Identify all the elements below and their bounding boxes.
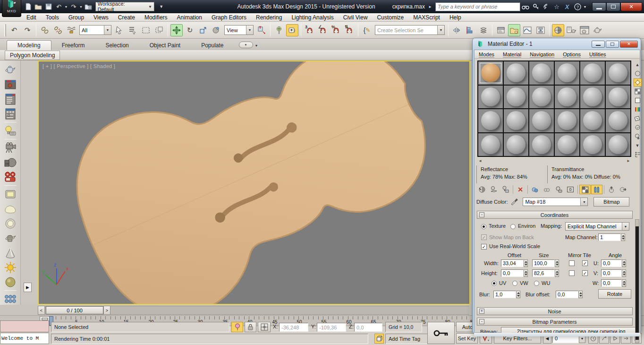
height-offset-spinner[interactable] xyxy=(524,269,528,277)
percent-snap-toggle[interactable]: % xyxy=(330,24,342,36)
go-forward-to-sibling-button[interactable] xyxy=(618,185,629,194)
cone-light-icon[interactable] xyxy=(3,245,18,260)
menu-views[interactable]: Views xyxy=(89,14,113,21)
me-horizontal-scrollbar[interactable] xyxy=(474,333,640,336)
material-slot[interactable] xyxy=(478,133,503,156)
material-slot[interactable] xyxy=(606,133,630,156)
disc-light-icon[interactable] xyxy=(3,216,18,231)
workspace-flyout-arrow[interactable]: ▼ xyxy=(156,2,167,11)
toolbar-grip[interactable] xyxy=(4,24,6,36)
z-coordinate-field[interactable]: 0,0 xyxy=(354,323,382,332)
exchange-apps-icon[interactable]: X xyxy=(562,2,572,11)
show-map-on-back-checkbox[interactable]: ✓ xyxy=(481,234,487,240)
material-slot[interactable] xyxy=(504,133,528,156)
backlight-toggle[interactable] xyxy=(634,78,642,86)
undo-button[interactable]: ↶ xyxy=(54,2,64,11)
rectangular-selection-region-icon[interactable] xyxy=(140,24,152,36)
sample-uv-tiling-icon[interactable] xyxy=(634,96,642,104)
subscription-key-icon[interactable] xyxy=(531,2,541,11)
time-slider-handle[interactable]: 0 / 100 xyxy=(46,306,103,314)
material-slot[interactable] xyxy=(529,86,554,109)
menu-animation[interactable]: Animation xyxy=(172,14,207,21)
material-slot[interactable] xyxy=(555,86,579,109)
u-angle-field[interactable]: 0,0 xyxy=(601,259,622,267)
ribbon-tab-object-paint[interactable]: Object Paint xyxy=(139,41,191,50)
select-and-move-button[interactable] xyxy=(170,24,183,36)
eyedropper-icon[interactable] xyxy=(510,198,519,206)
maxscript-mini-listener-pink[interactable] xyxy=(0,320,49,332)
select-by-name-icon[interactable] xyxy=(127,24,139,36)
menu-edit[interactable]: Edit xyxy=(22,14,41,21)
sun-light-icon[interactable] xyxy=(3,260,18,275)
align-button[interactable] xyxy=(464,24,476,36)
mirror-button[interactable] xyxy=(451,24,463,36)
time-tag-cube-icon[interactable] xyxy=(374,334,384,344)
coordinates-rollout-header[interactable]: - Coordinates xyxy=(477,211,633,219)
select-and-manipulate-icon[interactable] xyxy=(273,24,285,36)
ribbon-tab-modeling[interactable]: Modeling xyxy=(7,40,51,50)
me-scrollbar-thumb[interactable] xyxy=(636,226,639,340)
slot-scroll-down[interactable]: ▼ xyxy=(634,141,642,149)
select-and-rotate-button[interactable]: ↻ xyxy=(184,24,196,36)
render-teapot-icon[interactable] xyxy=(3,62,18,77)
search-binoculars-icon[interactable] xyxy=(520,2,531,11)
me-close-button[interactable]: ✕ xyxy=(620,41,638,48)
material-slot[interactable] xyxy=(529,61,554,85)
menu-group[interactable]: Group xyxy=(64,14,89,21)
mirror-v-checkbox[interactable] xyxy=(569,270,575,276)
tile-u-checkbox[interactable]: ✓ xyxy=(582,260,588,266)
material-slot[interactable] xyxy=(555,61,579,85)
layer-manager-button[interactable] xyxy=(477,24,490,36)
material-slot[interactable] xyxy=(504,86,528,109)
show-end-result-toggle[interactable] xyxy=(591,185,602,194)
material-slot[interactable] xyxy=(580,86,605,109)
ribbon-tab-selection[interactable]: Selection xyxy=(95,41,139,50)
menu-tools[interactable]: Tools xyxy=(41,14,64,21)
material-slot[interactable] xyxy=(504,61,528,85)
material-slot[interactable] xyxy=(555,133,579,156)
make-preview-icon[interactable] xyxy=(634,114,642,122)
favorites-star-icon[interactable]: ☆ xyxy=(551,2,562,11)
show-shaded-material-in-viewport-toggle[interactable] xyxy=(579,185,591,194)
width-size-spinner[interactable] xyxy=(555,259,559,267)
bitmap-parameters-rollout-header[interactable]: - Bitmap Parameters xyxy=(477,318,633,326)
material-slot[interactable] xyxy=(606,86,630,109)
width-size-field[interactable]: 100,0 xyxy=(532,259,555,267)
me-maximize-button[interactable] xyxy=(606,41,619,48)
width-offset-spinner[interactable] xyxy=(524,259,528,267)
ribbon-minimize-pill[interactable]: ▼ xyxy=(239,42,253,48)
polygon-modeling-panel-button[interactable]: Polygon Modeling xyxy=(5,51,60,60)
height-offset-field[interactable]: 0,0 xyxy=(501,269,524,277)
options-icon[interactable] xyxy=(634,123,642,131)
me-menu-options[interactable]: Options xyxy=(559,52,585,57)
plane-light-icon[interactable] xyxy=(3,187,18,201)
isolate-selection-toggle[interactable] xyxy=(231,322,243,332)
render-production-button[interactable] xyxy=(592,24,604,36)
project-folder-button[interactable] xyxy=(83,2,93,11)
add-time-tag[interactable]: Add Time Tag xyxy=(385,334,433,344)
blob-light-icon[interactable] xyxy=(3,201,18,216)
material-editor-title-bar[interactable]: Material Editor - 1 ✕ xyxy=(473,38,641,50)
wu-radio[interactable] xyxy=(534,281,539,286)
window-crossing-toggle-icon[interactable] xyxy=(153,24,165,36)
me-menu-navigation[interactable]: Navigation xyxy=(525,52,559,57)
map-channel-field[interactable]: 1 xyxy=(598,233,621,241)
v-angle-field[interactable]: 0,0 xyxy=(601,269,622,277)
u-angle-spinner[interactable] xyxy=(622,259,626,267)
next-frame-button[interactable]: > xyxy=(103,306,110,315)
blur-field[interactable]: 1,0 xyxy=(493,291,516,298)
use-pivot-point-center-icon[interactable] xyxy=(255,24,268,36)
spinner-snap-toggle[interactable]: ⇅ xyxy=(343,24,356,36)
slot-scroll-left[interactable]: ◄ xyxy=(478,159,482,163)
material-slot[interactable] xyxy=(580,109,605,132)
communication-center-icon[interactable] xyxy=(541,2,551,11)
wire-teapot-icon[interactable] xyxy=(3,231,18,245)
new-file-button[interactable] xyxy=(23,2,34,11)
absolute-mode-transform-type-in[interactable] xyxy=(258,322,271,332)
camera-projector-icon[interactable] xyxy=(3,155,18,170)
material-slot[interactable] xyxy=(606,109,630,132)
go-to-parent-button[interactable] xyxy=(606,185,617,194)
y-coordinate-field[interactable]: -109,36 xyxy=(317,323,346,332)
put-material-to-scene-button[interactable] xyxy=(488,185,500,194)
use-real-world-scale-checkbox[interactable]: ✓ xyxy=(481,244,487,250)
